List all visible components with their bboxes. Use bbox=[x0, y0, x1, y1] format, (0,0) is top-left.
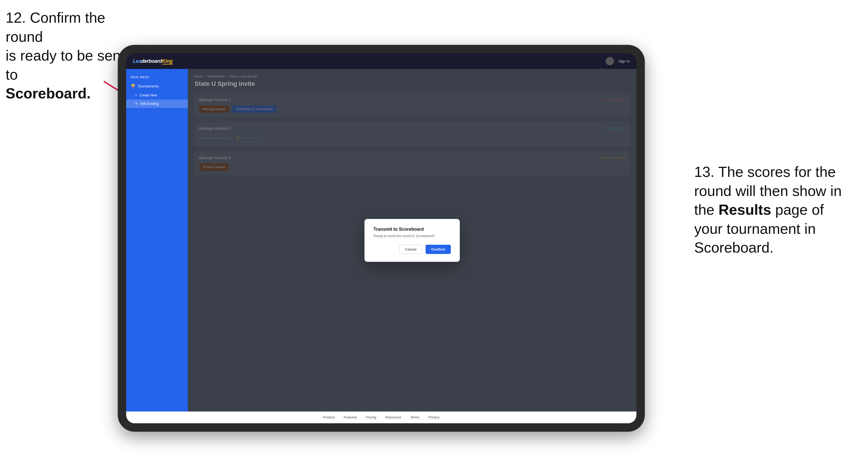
instruction-right-bold: Results bbox=[719, 201, 771, 218]
logo: LeaderboardKing bbox=[133, 58, 173, 64]
top-nav: LeaderboardKing Sign In bbox=[126, 53, 637, 69]
modal-confirm-button[interactable]: Confirm bbox=[426, 245, 451, 254]
tablet-screen: LeaderboardKing Sign In MAIN MENU 🏆 Tour… bbox=[126, 53, 637, 423]
instruction-right: 13. The scores for the round will then s… bbox=[694, 163, 851, 257]
sidebar: MAIN MENU 🏆 Tournaments + Create New ✎ E… bbox=[126, 69, 188, 411]
footer-privacy[interactable]: Privacy bbox=[428, 415, 439, 419]
logo-area: LeaderboardKing bbox=[133, 58, 173, 64]
sidebar-item-tournaments[interactable]: 🏆 Tournaments bbox=[126, 81, 188, 91]
tablet-frame: LeaderboardKing Sign In MAIN MENU 🏆 Tour… bbox=[118, 45, 645, 432]
sidebar-item-create-new[interactable]: + Create New bbox=[126, 91, 188, 99]
modal-subtitle: Ready to send this round to Scoreboard? bbox=[373, 234, 451, 238]
page-content: Home › Tournaments › State U Spring Invi… bbox=[188, 69, 637, 411]
instruction-top-bold: Scoreboard. bbox=[6, 85, 91, 101]
trophy-icon: 🏆 bbox=[131, 84, 135, 88]
modal-overlay: Transmit to Scoreboard Ready to send thi… bbox=[188, 69, 637, 411]
instruction-top-line1: 12. Confirm the round bbox=[6, 9, 105, 45]
modal-title: Transmit to Scoreboard bbox=[373, 227, 451, 232]
footer-resources[interactable]: Resources bbox=[385, 415, 401, 419]
footer-pricing[interactable]: Pricing bbox=[366, 415, 376, 419]
page-footer: Product Features Pricing Resources Terms… bbox=[126, 411, 637, 423]
footer-product[interactable]: Product bbox=[323, 415, 335, 419]
create-new-label: Create New bbox=[140, 93, 157, 97]
user-avatar bbox=[606, 57, 614, 65]
footer-terms[interactable]: Terms bbox=[410, 415, 420, 419]
instruction-right-text: 13. The scores for the round will then s… bbox=[694, 164, 842, 256]
sidebar-item-edit-existing[interactable]: ✎ Edit Existing bbox=[126, 99, 188, 108]
modal-cancel-button[interactable]: Cancel bbox=[399, 245, 422, 254]
sign-in-link[interactable]: Sign In bbox=[618, 59, 630, 63]
main-menu-label: MAIN MENU bbox=[126, 73, 188, 81]
main-content: MAIN MENU 🏆 Tournaments + Create New ✎ E… bbox=[126, 69, 637, 411]
edit-icon: ✎ bbox=[135, 102, 138, 106]
transmit-scoreboard-dialog: Transmit to Scoreboard Ready to send thi… bbox=[365, 219, 460, 262]
edit-existing-label: Edit Existing bbox=[140, 102, 159, 106]
nav-right: Sign In bbox=[606, 57, 630, 65]
tournaments-label: Tournaments bbox=[138, 84, 159, 88]
instruction-top: 12. Confirm the round is ready to be sen… bbox=[6, 8, 129, 103]
modal-buttons: Cancel Confirm bbox=[373, 245, 451, 254]
plus-icon: + bbox=[135, 93, 137, 97]
instruction-top-line2: is ready to be sent to bbox=[6, 48, 125, 83]
footer-features[interactable]: Features bbox=[344, 415, 357, 419]
